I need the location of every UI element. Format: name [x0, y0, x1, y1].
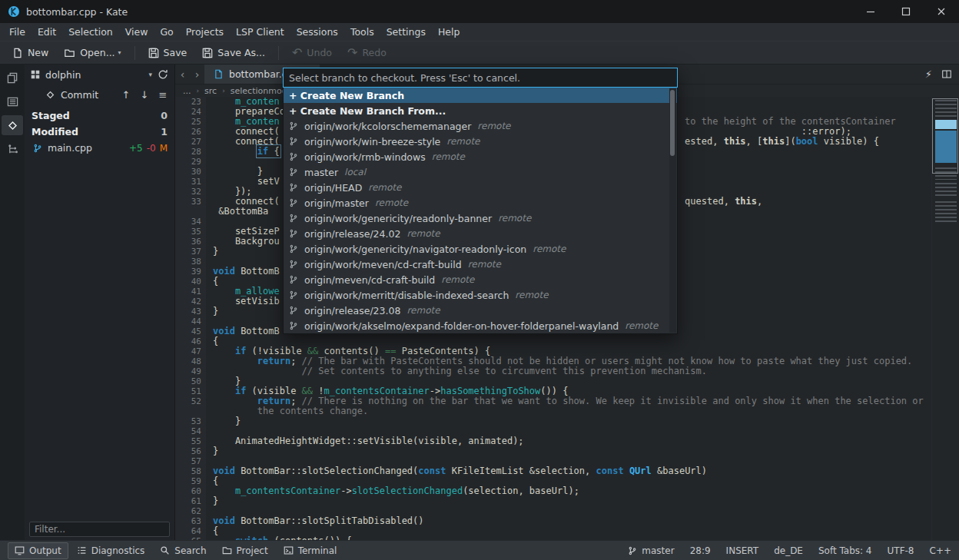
- breadcrumb-item[interactable]: src: [204, 86, 217, 96]
- pull-button[interactable]: ↓: [136, 86, 153, 103]
- redo-button[interactable]: ↷Redo: [340, 44, 394, 62]
- menu-item-settings[interactable]: Settings: [380, 24, 432, 40]
- line-number: 34: [175, 217, 206, 227]
- chevron-down-icon: ▾: [118, 49, 121, 56]
- project-selector[interactable]: dolphin ▾: [25, 65, 174, 84]
- menu-item-tools[interactable]: Tools: [344, 24, 380, 40]
- create-branch-item[interactable]: + Create New Branch From...: [284, 103, 677, 118]
- dictionary[interactable]: de_DE: [774, 545, 803, 556]
- line-number: 48: [175, 356, 206, 366]
- branch-scope-tag: remote: [468, 259, 501, 270]
- minimap-viewport[interactable]: [932, 98, 958, 174]
- commit-button[interactable]: Commit: [28, 86, 116, 103]
- branch-item[interactable]: origin/release/23.08remote: [284, 303, 677, 318]
- git-file-row[interactable]: main.cpp+5-0M: [25, 140, 174, 156]
- branch-item[interactable]: origin/work/rmb-windowsremote: [284, 149, 677, 164]
- menu-item-help[interactable]: Help: [432, 24, 466, 40]
- push-button[interactable]: ↑: [118, 86, 134, 103]
- next-document-button[interactable]: ›: [190, 65, 204, 84]
- branch-item[interactable]: origin/meven/cd-craft-buildremote: [284, 272, 677, 287]
- tab-bar-actions: ⚡: [925, 65, 959, 84]
- branch-item[interactable]: origin/HEADremote: [284, 180, 677, 195]
- split-view-icon[interactable]: [941, 69, 952, 79]
- cursor-position[interactable]: 28:9: [690, 545, 711, 556]
- view-diagnostics-button[interactable]: Diagnostics: [70, 542, 152, 559]
- documents-tool-button[interactable]: [2, 68, 23, 88]
- maximize-icon: [901, 7, 911, 16]
- new-button[interactable]: New: [5, 44, 56, 61]
- line-number: 45: [175, 326, 206, 336]
- menu-item-sessions[interactable]: Sessions: [290, 24, 344, 40]
- branch-item[interactable]: origin/work/genericity/readonly-bannerre…: [284, 210, 677, 226]
- code-line: 63void BottomBar::slotSplitTabDisabled(): [175, 516, 959, 526]
- branch-name: master: [304, 167, 338, 178]
- close-button[interactable]: [924, 0, 959, 23]
- code-line: 61}: [175, 496, 959, 506]
- window-controls: [853, 0, 959, 23]
- menu-item-edit[interactable]: Edit: [32, 24, 62, 40]
- popup-scrollbar[interactable]: [669, 88, 676, 333]
- filter-input[interactable]: Filter...: [29, 522, 170, 537]
- menu-item-view[interactable]: View: [119, 24, 154, 40]
- line-number: 62: [175, 506, 206, 516]
- open-button[interactable]: Open...▾: [56, 44, 128, 61]
- symbols-tool-button[interactable]: [2, 139, 23, 159]
- popup-scrollbar-thumb[interactable]: [670, 90, 675, 156]
- line-number: 64: [175, 526, 206, 536]
- view-output-button[interactable]: Output: [8, 542, 68, 559]
- edit-mode[interactable]: INSERT: [726, 545, 759, 556]
- git-menu-button[interactable]: ≡: [154, 86, 171, 103]
- git-section-count: 0: [161, 110, 168, 121]
- lightning-icon[interactable]: ⚡: [925, 68, 932, 80]
- filesystem-tool-button[interactable]: [2, 91, 23, 111]
- branch-item[interactable]: origin/masterremote: [284, 195, 677, 210]
- view-terminal-button[interactable]: Terminal: [277, 542, 344, 559]
- line-number: 30: [175, 167, 206, 177]
- branch-icon: [289, 152, 298, 161]
- refresh-icon[interactable]: [158, 69, 168, 80]
- branch-filter-input[interactable]: Select branch to checkout. Press 'Esc' t…: [283, 68, 678, 88]
- branch-icon: [289, 198, 298, 207]
- undo-icon: ↶: [292, 47, 302, 59]
- minimap[interactable]: [931, 97, 959, 540]
- branch-item[interactable]: masterlocal: [284, 164, 677, 180]
- branch-icon: [289, 229, 298, 238]
- maximize-button[interactable]: [888, 0, 924, 23]
- line-number: 36: [175, 237, 206, 247]
- save-button[interactable]: Save: [141, 44, 195, 61]
- branch-icon: [289, 244, 298, 253]
- line-number: [175, 207, 206, 217]
- branch-icon: [289, 321, 298, 330]
- menu-item-lsp-client[interactable]: LSP Client: [230, 24, 290, 40]
- branch-item[interactable]: origin/work/genericity/navigator-readonl…: [284, 241, 677, 257]
- branch-item[interactable]: origin/work/kcolorschememanagerremote: [284, 118, 677, 134]
- git-icon: [7, 120, 18, 131]
- view-search-button[interactable]: Search: [153, 542, 213, 559]
- menu-item-selection[interactable]: Selection: [62, 24, 119, 40]
- line-number: 52: [175, 396, 206, 406]
- view-project-button[interactable]: Project: [215, 542, 275, 559]
- create-branch-item[interactable]: + Create New Branch: [284, 88, 677, 103]
- breadcrumb-item[interactable]: ...: [183, 86, 191, 96]
- save-as-button[interactable]: Save As...: [194, 44, 273, 61]
- branch-item[interactable]: origin/work/merritt/disable-indexed-sear…: [284, 287, 677, 303]
- git-branch-status[interactable]: master: [628, 545, 674, 556]
- git-tool-button[interactable]: [2, 115, 23, 135]
- minimize-button[interactable]: [853, 0, 888, 23]
- project-name: dolphin: [45, 69, 143, 81]
- line-number: 43: [175, 307, 206, 316]
- redo-icon: ↷: [347, 47, 357, 59]
- menu-item-file[interactable]: File: [3, 24, 32, 40]
- code-line: 60 m_contentsContainer->slotSelectionCha…: [175, 486, 959, 496]
- branch-item[interactable]: origin/release/24.02remote: [284, 226, 677, 241]
- indent-settings[interactable]: Soft Tabs: 4: [818, 545, 872, 556]
- previous-document-button[interactable]: ‹: [175, 65, 190, 84]
- syntax-mode[interactable]: C++: [930, 545, 952, 556]
- branch-item[interactable]: origin/work/meven/cd-craft-buildremote: [284, 257, 677, 272]
- menu-item-projects[interactable]: Projects: [180, 24, 230, 40]
- branch-item[interactable]: origin/work/win-breeze-styleremote: [284, 134, 677, 149]
- encoding[interactable]: UTF-8: [888, 545, 914, 556]
- menu-item-go[interactable]: Go: [154, 24, 179, 40]
- branch-item[interactable]: origin/work/akselmo/expand-folder-on-hov…: [284, 318, 677, 333]
- undo-button[interactable]: ↶Undo: [284, 44, 340, 62]
